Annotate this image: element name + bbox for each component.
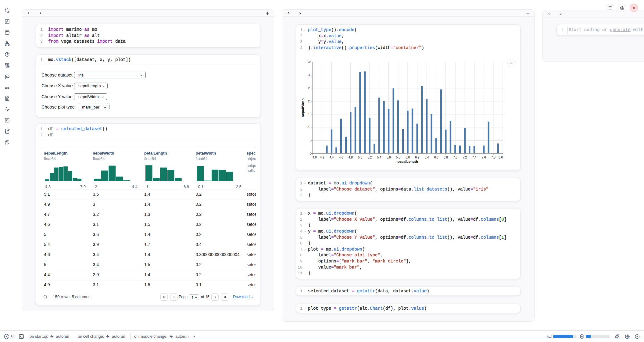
- svg-text:sepalLength: sepalLength: [397, 160, 418, 163]
- svg-text:7.6: 7.6: [482, 156, 486, 159]
- svg-text:5.2: 5.2: [367, 156, 372, 159]
- svg-text:8.0: 8.0: [499, 156, 503, 159]
- svg-text:4.0: 4.0: [313, 156, 317, 159]
- svg-text:4.4: 4.4: [329, 156, 334, 159]
- svg-text:4.8: 4.8: [349, 156, 353, 159]
- svg-text:35: 35: [308, 60, 312, 64]
- svg-text:5: 5: [309, 139, 311, 142]
- svg-text:20: 20: [308, 100, 312, 103]
- svg-text:15: 15: [308, 112, 312, 116]
- svg-text:sepalWidth: sepalWidth: [301, 98, 305, 117]
- svg-text:6.0: 6.0: [406, 156, 410, 159]
- svg-text:4.6: 4.6: [339, 156, 343, 159]
- svg-text:6.4: 6.4: [424, 156, 429, 159]
- svg-text:5.8: 5.8: [396, 156, 400, 159]
- svg-text:6.6: 6.6: [434, 156, 438, 159]
- svg-text:4.2: 4.2: [320, 156, 324, 159]
- svg-text:7.8: 7.8: [491, 156, 496, 159]
- svg-text:25: 25: [308, 87, 312, 90]
- svg-text:6.8: 6.8: [444, 156, 448, 159]
- svg-text:7.0: 7.0: [453, 156, 457, 159]
- svg-text:5.6: 5.6: [387, 156, 391, 159]
- svg-text:7.4: 7.4: [472, 156, 476, 159]
- svg-text:30: 30: [308, 73, 312, 77]
- svg-text:6.2: 6.2: [415, 156, 419, 159]
- svg-text:10: 10: [308, 126, 312, 129]
- svg-text:7.2: 7.2: [463, 156, 467, 159]
- svg-text:5.4: 5.4: [377, 156, 381, 159]
- svg-text:5.0: 5.0: [358, 156, 362, 159]
- svg-text:0: 0: [309, 152, 311, 155]
